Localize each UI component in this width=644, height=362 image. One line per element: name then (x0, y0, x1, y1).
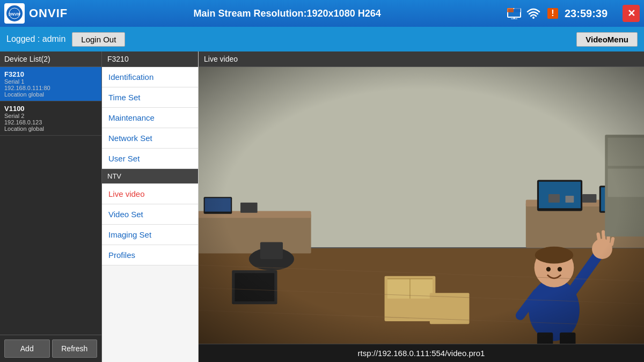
device-location: Location global (4, 91, 97, 98)
device-list: F3210 Serial 1 192.168.0.111:80 Location… (0, 67, 101, 335)
video-scene (199, 67, 644, 344)
video-menu-button[interactable]: VideoMenu (576, 32, 638, 47)
menu-item[interactable]: User Set (102, 149, 198, 169)
video-header: Live video (199, 51, 644, 67)
clock-display: 23:59:39 (565, 8, 618, 20)
video-url-bar: rtsp://192.168.0.111:554/video.pro1 (199, 344, 644, 362)
device-name: V1100 (4, 105, 97, 113)
menu-section-header: NTV (102, 169, 198, 184)
svg-point-7 (532, 17, 535, 19)
app-title: ONVIF (29, 6, 68, 20)
main-content: Device List(2) F3210 Serial 1 192.168.0.… (0, 51, 644, 362)
top-bar-right: ! 23:59:39 ✕ (507, 5, 640, 22)
add-button[interactable]: Add (4, 339, 50, 358)
device-location: Location global (4, 125, 97, 132)
svg-rect-3 (507, 8, 514, 12)
login-out-button[interactable]: Login Out (72, 32, 125, 47)
device-ip: 192.168.0.111:80 (4, 85, 97, 91)
onvif-logo: ONVIF (4, 3, 25, 24)
menu-item[interactable]: Network Set (102, 128, 198, 149)
left-bottom-bar: Add Refresh (0, 335, 101, 362)
svg-rect-58 (199, 67, 644, 344)
svg-rect-4 (514, 8, 521, 12)
menu-item[interactable]: Identification (102, 67, 198, 87)
menu-item[interactable]: Maintenance (102, 108, 198, 128)
wifi-icon (526, 7, 541, 20)
device-serial: Serial 1 (4, 78, 97, 85)
right-panel: Live video (199, 51, 644, 362)
video-container (199, 67, 644, 344)
second-bar: Logged : admin Login Out VideoMenu (0, 27, 644, 51)
middle-menu: F3210 IdentificationTime SetMaintenanceN… (102, 51, 199, 362)
svg-text:!: ! (551, 9, 554, 18)
logged-status: Logged : admin (6, 34, 65, 44)
device-item[interactable]: F3210 Serial 1 192.168.0.111:80 Location… (0, 67, 101, 101)
stream-info: Main Stream Resolution:1920x1080 H264 (72, 8, 502, 19)
top-bar: ONVIF ONVIF Main Stream Resolution:1920x… (0, 0, 644, 27)
device-list-header: Device List(2) (0, 51, 101, 67)
menu-item[interactable]: Profiles (102, 245, 198, 265)
menu-item[interactable]: Imaging Set (102, 225, 198, 245)
menu-header: F3210 (102, 51, 198, 67)
menu-item-active[interactable]: Live video (102, 184, 198, 204)
menu-items-list: IdentificationTime SetMaintenanceNetwork… (102, 67, 198, 265)
close-button[interactable]: ✕ (623, 5, 640, 22)
device-item[interactable]: V1100 Serial 2 192.168.0.123 Location gl… (0, 101, 101, 136)
onvif-logo-inner: ONVIF (6, 5, 23, 21)
menu-item[interactable]: Time Set (102, 87, 198, 108)
alert-icon: ! (545, 7, 560, 20)
device-name: F3210 (4, 70, 97, 78)
refresh-button[interactable]: Refresh (52, 339, 98, 358)
left-panel: Device List(2) F3210 Serial 1 192.168.0.… (0, 51, 102, 362)
menu-item[interactable]: Video Set (102, 204, 198, 225)
screen-icon (507, 7, 522, 20)
device-serial: Serial 2 (4, 113, 97, 119)
device-ip: 192.168.0.123 (4, 119, 97, 125)
svg-text:ONVIF: ONVIF (9, 12, 20, 17)
